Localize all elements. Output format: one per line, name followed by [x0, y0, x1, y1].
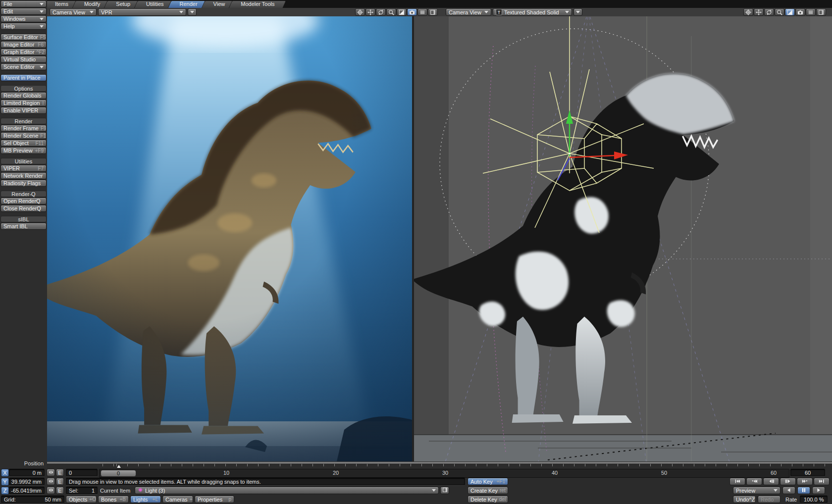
timeline-track[interactable]: 0 102030405060	[99, 469, 789, 478]
frame-next-button[interactable]	[780, 478, 796, 485]
sidebar-item-scene-editor[interactable]: Scene Editor	[0, 63, 47, 70]
item-type-objects-button[interactable]: Objects+O	[66, 496, 97, 503]
item-type-properties-button[interactable]: Propertiesp	[195, 496, 234, 503]
sidebar-item-radiosity-flags[interactable]: Radiosity Flags	[0, 180, 47, 187]
tab-label: Items	[55, 1, 68, 7]
play-forward-button[interactable]	[812, 487, 825, 494]
right-render-mode-dropdown[interactable]: T Textured Shaded Solid	[493, 8, 572, 16]
sidebar-item-surface-editor[interactable]: Surface EditorF5	[0, 34, 47, 41]
rate-label: Rate	[785, 497, 797, 503]
x-spinner[interactable]	[47, 469, 55, 476]
tab-setup[interactable]: Setup	[108, 0, 138, 8]
y-axis-badge[interactable]: Y	[1, 478, 9, 486]
play-back-button[interactable]	[782, 487, 795, 494]
key-prev-button[interactable]	[746, 478, 762, 485]
maximize-icon[interactable]	[785, 8, 795, 16]
rotate-icon[interactable]	[764, 8, 774, 16]
item-type-lights-button[interactable]: Lights+L	[130, 496, 161, 503]
zoom-icon[interactable]	[775, 8, 784, 16]
pan-icon[interactable]	[743, 8, 753, 16]
delete-key-button[interactable]: Delete Keydel	[468, 496, 508, 503]
camera-icon[interactable]	[795, 8, 805, 16]
auto-key-button[interactable]: Auto Key+F1	[468, 478, 508, 485]
skip-start-button[interactable]	[729, 478, 745, 485]
sidebar-item-network-render[interactable]: Network Render	[0, 172, 47, 179]
left-viewport-options-dropdown[interactable]	[188, 8, 197, 16]
z-envelope-button[interactable]: E	[56, 487, 64, 494]
sidebar-item-image-editor[interactable]: Image EditorF6	[0, 41, 47, 48]
film-icon[interactable]	[428, 8, 438, 16]
pause-button[interactable]	[797, 487, 810, 494]
sidebar-item-render-globals[interactable]: Render Globals	[0, 92, 47, 99]
timeline-knob[interactable]: 0	[101, 470, 136, 477]
list-icon[interactable]	[806, 8, 816, 16]
y-position-field[interactable]: 39.9992 mm	[9, 478, 45, 485]
frame-prev-button[interactable]	[763, 478, 779, 485]
sidebar-item-mb-preview[interactable]: MB Preview+F9	[0, 147, 47, 154]
current-item-dropdown[interactable]: Light (3)	[135, 487, 439, 494]
x-envelope-button[interactable]: E	[56, 469, 64, 476]
maximize-icon[interactable]	[397, 8, 407, 16]
tab-items[interactable]: Items	[47, 0, 76, 8]
z-axis-badge[interactable]: Z	[1, 487, 9, 495]
tab-modify[interactable]: Modify	[76, 0, 108, 8]
tab-utilities[interactable]: Utilities	[138, 0, 171, 8]
sidebar-item-virtual-studio[interactable]: Virtual Studio	[0, 56, 47, 63]
vpr-render-scene	[47, 16, 412, 461]
x-position-field[interactable]: 0 m	[9, 469, 45, 476]
current-frame-field[interactable]: 0	[66, 469, 98, 476]
sidebar-item-graph-editor[interactable]: Graph Editor^F2	[0, 49, 47, 55]
sidebar-item-close-renderq[interactable]: Close RenderQ	[0, 205, 47, 212]
z-spinner[interactable]	[47, 487, 55, 494]
key-next-button[interactable]	[797, 478, 813, 485]
sidebar-item-render-frame[interactable]: Render FrameF9	[0, 125, 47, 132]
create-key-button[interactable]: Create Keyret	[468, 487, 508, 494]
left-view-type-dropdown[interactable]: Camera View	[50, 8, 97, 16]
button-label: Surface Editor	[3, 34, 38, 40]
pan-icon[interactable]	[355, 8, 365, 16]
timeline-ruler[interactable]	[99, 464, 832, 468]
sidebar-item-limited-region[interactable]: Limited Regionl	[0, 100, 47, 106]
shortcut-hint: F10	[40, 133, 47, 139]
move-icon[interactable]	[365, 8, 375, 16]
sidebar-item-sel-object[interactable]: Sel ObjectF11	[0, 140, 47, 147]
skip-end-button[interactable]	[814, 478, 830, 485]
rate-field[interactable]: 100.0 %	[800, 496, 828, 503]
item-visibility-button[interactable]	[440, 487, 449, 494]
menu-help[interactable]: Help	[0, 23, 47, 30]
camera-icon[interactable]	[407, 8, 417, 16]
menu-file[interactable]: File	[0, 0, 47, 7]
tab-render[interactable]: Render	[172, 0, 206, 8]
left-render-mode-dropdown[interactable]: VPR	[98, 8, 186, 16]
textured-mode-icon: T	[496, 9, 502, 15]
menu-windows[interactable]: Windows	[0, 15, 47, 22]
sidebar-item-smart-ibl[interactable]: Smart IBL	[0, 223, 47, 230]
redo-button[interactable]: Redo	[758, 496, 780, 503]
x-axis-badge[interactable]: X	[1, 469, 9, 477]
move-icon[interactable]	[754, 8, 764, 16]
tab-modeler-tools[interactable]: Modeler Tools	[233, 0, 282, 8]
left-viewport-canvas[interactable]	[47, 16, 412, 461]
list-icon[interactable]	[417, 8, 427, 16]
zoom-icon[interactable]	[386, 8, 396, 16]
item-type-bones-button[interactable]: Bones+B	[98, 496, 129, 503]
position-label: Position	[0, 460, 44, 466]
z-position-field[interactable]: -65.0419mm	[9, 487, 45, 494]
right-viewport-canvas[interactable]	[414, 16, 832, 461]
y-envelope-button[interactable]: E	[56, 478, 64, 485]
rotate-icon[interactable]	[376, 8, 386, 16]
right-viewport-options-dropdown[interactable]	[573, 8, 582, 16]
sidebar-item-render-scene[interactable]: Render SceneF10	[0, 132, 47, 139]
sidebar-item-enable-viper[interactable]: Enable VIPER	[0, 107, 47, 114]
preview-dropdown[interactable]: Preview	[733, 487, 780, 494]
menu-edit[interactable]: Edit	[0, 8, 47, 15]
right-view-type-dropdown[interactable]: Camera View	[446, 8, 491, 16]
item-type-cameras-button[interactable]: Cameras+C	[162, 496, 193, 503]
end-frame-field[interactable]: 60	[790, 469, 825, 476]
parent-in-place-button[interactable]: Parent in Place	[0, 74, 47, 81]
sidebar-item-open-renderq[interactable]: Open RenderQ	[0, 198, 47, 204]
film-icon[interactable]	[816, 8, 826, 16]
y-spinner[interactable]	[47, 478, 55, 485]
sidebar-item-viper[interactable]: VIPERF7	[0, 165, 47, 172]
undo-button[interactable]: Undo^Z	[733, 496, 756, 503]
